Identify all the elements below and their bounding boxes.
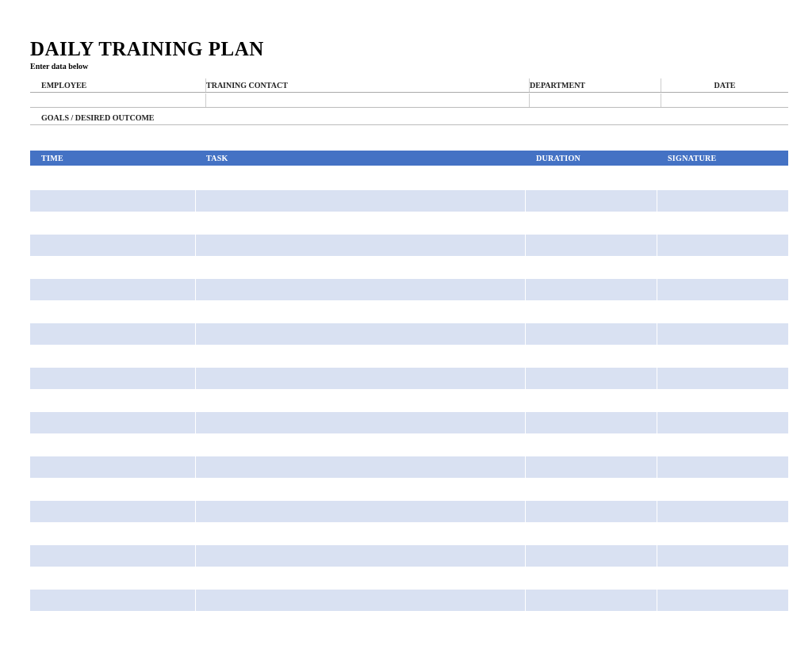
table-row	[30, 300, 788, 323]
cell-duration[interactable]	[525, 411, 657, 433]
cell-duration[interactable]	[525, 433, 657, 456]
cell-duration[interactable]	[525, 345, 657, 367]
date-field[interactable]	[661, 94, 788, 107]
cell-time[interactable]	[30, 411, 195, 433]
cell-duration[interactable]	[525, 256, 657, 278]
cell-duration[interactable]	[525, 234, 657, 256]
column-header-time: TIME	[30, 151, 195, 166]
table-header-row: TIME TASK DURATION SIGNATURE	[30, 151, 788, 166]
table-row	[30, 367, 788, 389]
training-table: TIME TASK DURATION SIGNATURE	[30, 151, 788, 634]
table-row	[30, 433, 788, 456]
employee-field[interactable]	[30, 94, 206, 107]
cell-duration[interactable]	[525, 456, 657, 478]
cell-time[interactable]	[30, 212, 195, 234]
cell-task[interactable]	[195, 278, 525, 300]
cell-time[interactable]	[30, 189, 195, 212]
cell-task[interactable]	[195, 522, 525, 544]
cell-task[interactable]	[195, 189, 525, 212]
table-row	[30, 234, 788, 256]
cell-duration[interactable]	[525, 367, 657, 389]
cell-signature[interactable]	[657, 544, 788, 567]
cell-signature[interactable]	[657, 345, 788, 367]
cell-time[interactable]	[30, 389, 195, 411]
cell-time[interactable]	[30, 166, 195, 189]
column-header-task: TASK	[195, 151, 525, 166]
cell-task[interactable]	[195, 256, 525, 278]
cell-task[interactable]	[195, 478, 525, 500]
page-subtitle: Enter data below	[30, 62, 788, 71]
cell-time[interactable]	[30, 234, 195, 256]
cell-signature[interactable]	[657, 411, 788, 433]
cell-time[interactable]	[30, 300, 195, 323]
cell-signature[interactable]	[657, 300, 788, 323]
cell-signature[interactable]	[657, 567, 788, 589]
cell-signature[interactable]	[657, 611, 788, 633]
cell-signature[interactable]	[657, 256, 788, 278]
cell-signature[interactable]	[657, 166, 788, 189]
cell-time[interactable]	[30, 478, 195, 500]
cell-signature[interactable]	[657, 500, 788, 522]
cell-task[interactable]	[195, 300, 525, 323]
cell-task[interactable]	[195, 411, 525, 433]
cell-task[interactable]	[195, 234, 525, 256]
cell-task[interactable]	[195, 589, 525, 611]
cell-time[interactable]	[30, 278, 195, 300]
cell-signature[interactable]	[657, 389, 788, 411]
cell-duration[interactable]	[525, 500, 657, 522]
cell-time[interactable]	[30, 433, 195, 456]
cell-task[interactable]	[195, 323, 525, 345]
cell-time[interactable]	[30, 500, 195, 522]
table-row	[30, 411, 788, 433]
cell-signature[interactable]	[657, 522, 788, 544]
cell-task[interactable]	[195, 500, 525, 522]
cell-task[interactable]	[195, 433, 525, 456]
cell-signature[interactable]	[657, 278, 788, 300]
cell-task[interactable]	[195, 367, 525, 389]
cell-signature[interactable]	[657, 323, 788, 345]
cell-time[interactable]	[30, 345, 195, 367]
cell-duration[interactable]	[525, 323, 657, 345]
department-field[interactable]	[530, 94, 661, 107]
cell-time[interactable]	[30, 544, 195, 567]
cell-time[interactable]	[30, 367, 195, 389]
cell-task[interactable]	[195, 212, 525, 234]
cell-duration[interactable]	[525, 278, 657, 300]
cell-signature[interactable]	[657, 478, 788, 500]
cell-signature[interactable]	[657, 234, 788, 256]
cell-signature[interactable]	[657, 367, 788, 389]
cell-signature[interactable]	[657, 433, 788, 456]
cell-duration[interactable]	[525, 166, 657, 189]
cell-task[interactable]	[195, 389, 525, 411]
cell-time[interactable]	[30, 323, 195, 345]
cell-duration[interactable]	[525, 567, 657, 589]
cell-duration[interactable]	[525, 478, 657, 500]
cell-task[interactable]	[195, 611, 525, 633]
cell-duration[interactable]	[525, 544, 657, 567]
cell-time[interactable]	[30, 611, 195, 633]
cell-signature[interactable]	[657, 212, 788, 234]
cell-task[interactable]	[195, 166, 525, 189]
cell-time[interactable]	[30, 567, 195, 589]
cell-duration[interactable]	[525, 389, 657, 411]
cell-task[interactable]	[195, 567, 525, 589]
cell-duration[interactable]	[525, 212, 657, 234]
cell-task[interactable]	[195, 345, 525, 367]
cell-time[interactable]	[30, 256, 195, 278]
cell-signature[interactable]	[657, 589, 788, 611]
goals-field[interactable]	[30, 127, 788, 141]
training-contact-field[interactable]	[206, 94, 530, 107]
cell-duration[interactable]	[525, 189, 657, 212]
cell-signature[interactable]	[657, 456, 788, 478]
cell-duration[interactable]	[525, 611, 657, 633]
cell-duration[interactable]	[525, 589, 657, 611]
cell-duration[interactable]	[525, 522, 657, 544]
cell-task[interactable]	[195, 456, 525, 478]
cell-duration[interactable]	[525, 300, 657, 323]
cell-task[interactable]	[195, 544, 525, 567]
cell-signature[interactable]	[657, 189, 788, 212]
table-row	[30, 456, 788, 478]
cell-time[interactable]	[30, 456, 195, 478]
cell-time[interactable]	[30, 589, 195, 611]
cell-time[interactable]	[30, 522, 195, 544]
